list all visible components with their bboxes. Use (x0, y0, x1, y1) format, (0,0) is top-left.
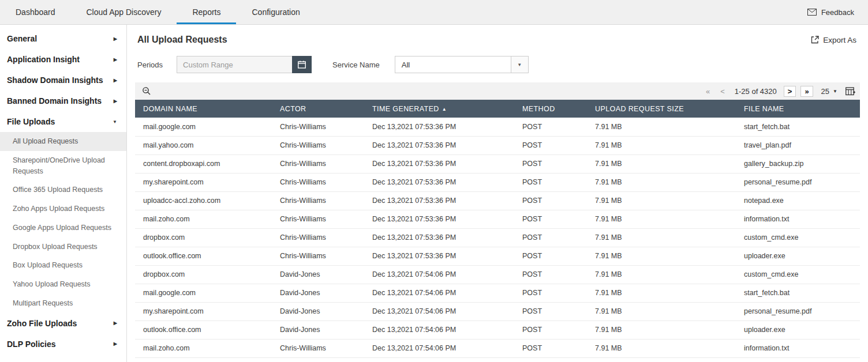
column-header-actor[interactable]: ACTOR (272, 100, 364, 118)
sidebar-section-banned-domain-insights[interactable]: Banned Domain Insights▶ (0, 90, 126, 111)
period-range-input[interactable] (177, 56, 292, 73)
table-cell: my.sharepoint.com (135, 302, 272, 320)
table-cell: mail.yahoo.com (135, 136, 272, 154)
service-name-select[interactable]: All ▼ (395, 56, 529, 73)
sidebar-section-file-uploads[interactable]: File Uploads▼ (0, 111, 126, 132)
sidebar-section-general[interactable]: General▶ (0, 28, 126, 49)
export-label: Export As (823, 36, 856, 44)
table-row[interactable]: content.dropboxapi.comChris-WilliamsDec … (135, 154, 860, 173)
sidebar-item-dropbox-upload-requests[interactable]: Dropbox Upload Requests (0, 237, 126, 257)
table-cell: 7.91 MB (587, 320, 736, 339)
column-header-file-name[interactable]: FILE NAME (736, 100, 860, 118)
table-cell: David-Jones (272, 284, 364, 302)
calendar-button[interactable] (292, 56, 312, 73)
table-row[interactable]: dropbox.comChris-WilliamsDec 13,2021 07:… (135, 228, 860, 247)
table-cell: uploader.exe (736, 320, 860, 339)
table-cell: Dec 13,2021 07:53:36 PM (364, 210, 514, 228)
table-cell: POST (514, 228, 587, 247)
table-row[interactable]: dropbox.comDavid-JonesDec 13,2021 07:54:… (135, 265, 860, 284)
sidebar-item-box-upload-requests[interactable]: Box Upload Requests (0, 256, 126, 275)
table-row[interactable]: uploadcc-accl.zoho.comChris-WilliamsDec … (135, 191, 860, 210)
sort-asc-icon: ▲ (442, 107, 447, 112)
table-row[interactable]: mail.zoho.comChris-WilliamsDec 13,2021 0… (135, 210, 860, 228)
table-cell: 7.91 MB (587, 302, 736, 320)
topnav-tabs: DashboardCloud App DiscoveryReportsConfi… (0, 0, 316, 24)
service-name-value: All (395, 61, 410, 69)
prev-page-button[interactable]: < (717, 87, 728, 96)
sidebar-item-all-upload-requests[interactable]: All Upload Requests (0, 132, 126, 151)
table-row[interactable]: mail.google.comChris-WilliamsDec 13,2021… (135, 118, 860, 136)
sidebar-item-sharepoint-onedrive-upload-requests[interactable]: Sharepoint/OneDrive Upload Requests (0, 151, 126, 181)
sidebar-item-office-365-upload-requests[interactable]: Office 365 Upload Requests (0, 180, 126, 199)
column-header-time-generated[interactable]: TIME GENERATED▲ (364, 100, 514, 118)
table-area: « < 1-25 of 4320 > » 25 ▼ DOMAIN NAM (135, 82, 860, 362)
page-size-select[interactable]: 25 ▼ (818, 86, 841, 97)
pagination: « < 1-25 of 4320 > » 25 ▼ (703, 86, 855, 97)
column-chooser-icon[interactable] (845, 87, 855, 96)
table-row[interactable]: outlook.office.comDavid-JonesDec 13,2021… (135, 320, 860, 339)
table-cell: Dec 13,2021 07:53:36 PM (364, 228, 514, 247)
tab-configuration[interactable]: Configuration (236, 0, 315, 24)
table-row[interactable]: mail.zoho.comChris-WilliamsDec 13,2021 0… (135, 339, 860, 357)
column-header-domain-name[interactable]: DOMAIN NAME (135, 100, 272, 118)
sidebar: General▶Application Insight▶Shadow Domai… (0, 25, 127, 362)
sidebar-section-shadow-domain-insights[interactable]: Shadow Domain Insights▶ (0, 70, 126, 90)
table-row[interactable]: mail.google.comDavid-JonesDec 13,2021 07… (135, 284, 860, 302)
feedback-envelope-icon (807, 9, 817, 16)
chevron-down-icon: ▼ (113, 119, 117, 125)
column-header-upload-request-size[interactable]: UPLOAD REQUEST SIZE (587, 100, 736, 118)
search-icon[interactable] (142, 86, 151, 96)
sidebar-item-multipart-requests[interactable]: Multipart Requests (0, 294, 126, 313)
table-cell: Chris-Williams (272, 247, 364, 265)
table-cell: Chris-Williams (272, 339, 364, 357)
sidebar-section-dlp-policies[interactable]: DLP Policies▶ (0, 334, 126, 355)
table-row[interactable]: my.sharepoint.comChris-WilliamsDec 13,20… (135, 173, 860, 191)
table-cell: 7.91 MB (587, 284, 736, 302)
filters-bar: Periods Service Name All ▼ (127, 55, 868, 82)
sidebar-section-label: File Uploads (7, 117, 55, 126)
table-cell: mail.google.com (135, 118, 272, 136)
table-cell: 7.91 MB (587, 265, 736, 284)
sidebar-section-zoho-file-uploads[interactable]: Zoho File Uploads▶ (0, 313, 126, 334)
last-page-button[interactable]: » (800, 86, 813, 97)
table-row[interactable]: my.sharepoint.comDavid-JonesDec 13,2021 … (135, 302, 860, 320)
table-row[interactable]: mail.yahoo.comChris-WilliamsDec 13,2021 … (135, 136, 860, 154)
export-as-button[interactable]: Export As (811, 36, 856, 44)
table-cell: 7.91 MB (587, 136, 736, 154)
table-cell: gallery_backup.zip (736, 154, 860, 173)
chevron-right-icon: ▶ (114, 320, 117, 326)
table-cell: Dec 13,2021 07:54:06 PM (364, 284, 514, 302)
table-cell: POST (514, 173, 587, 191)
table-cell: POST (514, 210, 587, 228)
table-row[interactable]: outlook.office.comChris-WilliamsDec 13,2… (135, 247, 860, 265)
table-body: mail.google.comChris-WilliamsDec 13,2021… (135, 118, 860, 357)
sidebar-item-zoho-apps-upload-requests[interactable]: Zoho Apps Upload Requests (0, 199, 126, 218)
sidebar-section-label: Banned Domain Insights (7, 96, 102, 105)
next-page-button[interactable]: > (784, 86, 796, 97)
chevron-right-icon: ▶ (114, 78, 117, 83)
first-page-button[interactable]: « (703, 87, 713, 96)
tab-reports[interactable]: Reports (177, 0, 236, 24)
table-cell: mail.zoho.com (135, 339, 272, 357)
table-cell: POST (514, 118, 587, 136)
table-cell: Dec 13,2021 07:53:36 PM (364, 118, 514, 136)
tab-dashboard[interactable]: Dashboard (0, 0, 71, 24)
table-cell: information.txt (736, 339, 860, 357)
feedback-button[interactable]: Feedback (794, 0, 868, 24)
table-cell: POST (514, 154, 587, 173)
table-cell: custom_cmd.exe (736, 228, 860, 247)
calendar-icon (298, 61, 306, 69)
table-cell: Chris-Williams (272, 173, 364, 191)
sidebar-section-application-insight[interactable]: Application Insight▶ (0, 49, 126, 70)
pagination-range: 1-25 of 4320 (732, 87, 779, 96)
service-name-label: Service Name (332, 61, 380, 69)
sidebar-item-yahoo-upload-requests[interactable]: Yahoo Upload Requests (0, 275, 126, 294)
column-header-method[interactable]: METHOD (514, 100, 587, 118)
periods-label: Periods (137, 61, 163, 69)
sidebar-item-google-apps-upload-requests[interactable]: Google Apps Upload Requests (0, 218, 126, 237)
table-cell: personal_resume.pdf (736, 302, 860, 320)
table-cell: 7.91 MB (587, 228, 736, 247)
table-cell: mail.google.com (135, 284, 272, 302)
tab-cloud-app-discovery[interactable]: Cloud App Discovery (71, 0, 177, 24)
table-cell: Dec 13,2021 07:54:06 PM (364, 302, 514, 320)
